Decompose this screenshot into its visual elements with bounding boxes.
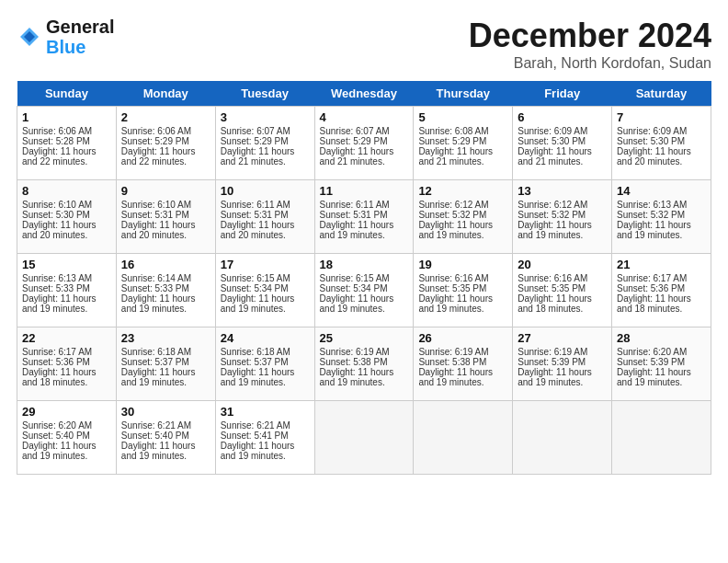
day-info: Daylight: 11 hours [121,220,210,230]
day-number: 5 [418,110,507,124]
day-info: Sunset: 5:29 PM [121,136,210,146]
day-info: and 22 minutes. [121,156,210,167]
day-info: Sunrise: 6:19 AM [320,347,409,357]
day-info: and 20 minutes. [121,230,210,240]
title-block: December 2024 Barah, North Kordofan, Sud… [469,17,711,72]
day-info: Sunset: 5:34 PM [320,283,409,293]
day-info: Sunset: 5:33 PM [22,283,111,293]
day-info: Sunrise: 6:13 AM [617,200,706,210]
day-number: 28 [617,331,706,345]
day-info: and 19 minutes. [22,304,111,314]
day-info: Daylight: 11 hours [22,220,111,230]
day-info: Sunrise: 6:18 AM [121,347,210,357]
day-info: Sunrise: 6:21 AM [221,420,310,431]
day-info: and 21 minutes. [518,156,607,167]
day-info: Sunrise: 6:10 AM [22,200,111,210]
weekday-saturday: Saturday [612,81,711,107]
logo-general: General [46,17,114,37]
day-info: Sunrise: 6:15 AM [320,273,409,283]
calendar-cell: 25Sunrise: 6:19 AMSunset: 5:38 PMDayligh… [314,327,414,401]
day-info: Sunset: 5:38 PM [320,357,409,367]
day-info: and 19 minutes. [221,377,310,387]
day-info: and 21 minutes. [418,156,507,167]
weekday-friday: Friday [513,81,612,107]
day-info: and 19 minutes. [518,377,607,387]
day-info: Daylight: 11 hours [221,441,310,451]
day-info: and 22 minutes. [22,156,111,167]
calendar-cell [314,401,414,475]
page: General Blue December 2024 Barah, North … [0,0,728,484]
day-info: and 19 minutes. [320,377,409,387]
day-info: Daylight: 11 hours [221,367,310,377]
day-number: 3 [221,110,310,124]
day-info: Sunrise: 6:14 AM [121,273,210,283]
day-info: Sunset: 5:41 PM [221,431,310,441]
day-info: Daylight: 11 hours [221,220,310,230]
day-info: Daylight: 11 hours [320,293,409,304]
day-number: 9 [121,184,210,198]
calendar-cell: 31Sunrise: 6:21 AMSunset: 5:41 PMDayligh… [215,401,314,475]
day-info: Daylight: 11 hours [418,367,507,377]
day-info: Sunset: 5:34 PM [221,283,310,293]
day-info: Daylight: 11 hours [121,367,210,377]
day-info: Daylight: 11 hours [518,367,607,377]
day-info: Sunset: 5:37 PM [221,357,310,367]
day-info: and 21 minutes. [320,156,409,167]
weekday-sunday: Sunday [17,81,117,107]
day-info: Sunrise: 6:06 AM [22,126,111,136]
calendar-cell: 30Sunrise: 6:21 AMSunset: 5:40 PMDayligh… [116,401,215,475]
day-info: Daylight: 11 hours [121,146,210,156]
day-number: 26 [418,331,507,345]
day-info: Sunrise: 6:16 AM [418,273,507,283]
week-row-4: 22Sunrise: 6:17 AMSunset: 5:36 PMDayligh… [17,327,711,401]
calendar-cell: 9Sunrise: 6:10 AMSunset: 5:31 PMDaylight… [116,180,215,254]
day-info: Daylight: 11 hours [617,367,706,377]
logo-blue: Blue [46,37,85,57]
day-number: 24 [221,331,310,345]
day-info: Sunset: 5:32 PM [617,210,706,220]
day-info: Sunrise: 6:10 AM [121,200,210,210]
day-number: 27 [518,331,607,345]
day-number: 20 [518,258,607,271]
weekday-monday: Monday [116,81,215,107]
day-info: and 19 minutes. [518,230,607,240]
day-info: Daylight: 11 hours [320,367,409,377]
day-number: 6 [518,110,607,124]
day-info: Sunset: 5:38 PM [418,357,507,367]
day-info: Daylight: 11 hours [221,293,310,304]
day-number: 16 [121,258,210,271]
calendar-cell [414,401,513,475]
day-number: 8 [22,184,111,198]
day-info: and 19 minutes. [418,304,507,314]
calendar-cell: 4Sunrise: 6:07 AMSunset: 5:29 PMDaylight… [314,107,414,180]
day-info: and 20 minutes. [22,230,111,240]
day-info: Daylight: 11 hours [518,146,607,156]
day-info: and 19 minutes. [320,230,409,240]
day-info: Daylight: 11 hours [518,220,607,230]
day-number: 30 [121,405,210,419]
day-info: Daylight: 11 hours [221,146,310,156]
calendar-cell: 7Sunrise: 6:09 AMSunset: 5:30 PMDaylight… [612,107,711,180]
day-info: and 18 minutes. [617,304,706,314]
day-info: Sunset: 5:31 PM [320,210,409,220]
calendar-cell: 6Sunrise: 6:09 AMSunset: 5:30 PMDaylight… [513,107,612,180]
calendar-cell: 2Sunrise: 6:06 AMSunset: 5:29 PMDaylight… [116,107,215,180]
calendar-cell [513,401,612,475]
day-info: Sunset: 5:40 PM [121,431,210,441]
day-info: Sunrise: 6:06 AM [121,126,210,136]
calendar-cell: 22Sunrise: 6:17 AMSunset: 5:36 PMDayligh… [17,327,117,401]
day-info: Sunset: 5:40 PM [22,431,111,441]
day-info: Sunrise: 6:16 AM [518,273,607,283]
calendar-cell: 15Sunrise: 6:13 AMSunset: 5:33 PMDayligh… [17,254,117,327]
calendar-cell: 21Sunrise: 6:17 AMSunset: 5:36 PMDayligh… [612,254,711,327]
month-title: December 2024 [469,17,711,55]
day-number: 17 [221,258,310,271]
day-info: and 19 minutes. [221,451,310,461]
day-info: Daylight: 11 hours [418,220,507,230]
day-info: Sunset: 5:35 PM [518,283,607,293]
day-info: and 19 minutes. [418,377,507,387]
day-info: and 19 minutes. [617,230,706,240]
day-info: and 19 minutes. [22,451,111,461]
calendar-cell: 10Sunrise: 6:11 AMSunset: 5:31 PMDayligh… [215,180,314,254]
day-info: Sunrise: 6:18 AM [221,347,310,357]
